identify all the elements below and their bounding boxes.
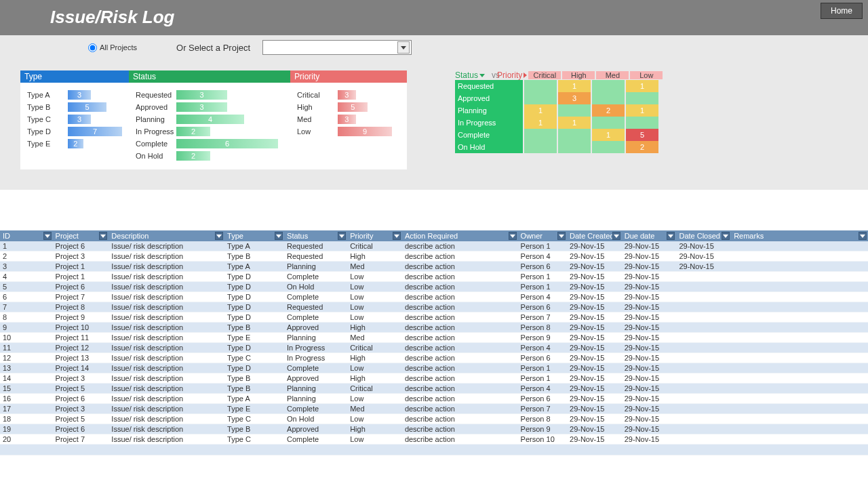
bar-row: Complete6 [136,138,283,149]
all-projects-label: All Projects [100,43,137,52]
type-card-title: Type [20,70,129,83]
bar-label: In Progress [136,127,176,136]
cell-action: describe action [402,251,518,262]
filter-dropdown-icon[interactable] [509,232,517,240]
cell-priority: High [347,424,402,434]
cell-dd: 29-Nov-15 [622,394,677,404]
table-row[interactable]: 14Project 3Issue/ risk descriptionType B… [0,373,868,384]
bar-label: Low [297,127,338,136]
cell-type: Type D [224,363,284,373]
cell-owner: Person 1 [518,241,567,251]
column-header[interactable]: Description [108,230,224,241]
cell-rem [731,262,868,272]
cell-id: 15 [0,384,53,394]
column-header[interactable]: ID [0,230,53,241]
cell-desc: Issue/ risk description [108,272,224,282]
table-row[interactable]: 15Project 5Issue/ risk descriptionType B… [0,384,868,394]
column-header[interactable]: Action Required [402,230,518,241]
home-button[interactable]: Home [821,3,863,19]
filter-dropdown-icon[interactable] [215,232,223,240]
table-row[interactable]: 6Project 7Issue/ risk descriptionType DC… [0,292,868,302]
all-projects-radio[interactable] [88,43,97,52]
bar-value: 2 [176,151,210,161]
cell-dc: 29-Nov-15 [567,241,622,251]
cell-id: 7 [0,302,53,312]
cell-rem [731,363,868,373]
column-header[interactable]: Remarks [731,230,868,241]
cell-type: Type D [224,272,284,282]
cell-dc: 29-Nov-15 [567,353,622,363]
cell-type: Type A [224,262,284,272]
cell-action: describe action [402,262,518,272]
filter-dropdown-icon[interactable] [393,232,401,240]
cell-dc: 29-Nov-15 [567,404,622,414]
cell-dcl [676,373,731,384]
cell-action: describe action [402,353,518,363]
cell-rem [731,394,868,404]
column-header[interactable]: Date Closed [676,230,731,241]
table-row[interactable]: 2Project 3Issue/ risk descriptionType BR… [0,251,868,262]
cell-status: Requested [284,302,347,312]
cell-status: Complete [284,363,347,373]
column-header[interactable]: Type [224,230,284,241]
filter-dropdown-icon[interactable] [667,232,675,240]
table-row[interactable]: 11Project 12Issue/ risk descriptionType … [0,343,868,353]
cell-type: Type A [224,241,284,251]
project-select[interactable] [262,40,412,55]
table-row[interactable]: 1Project 6Issue/ risk descriptionType AR… [0,241,868,251]
matrix-cell [524,80,557,92]
cell-status: Approved [284,323,347,333]
cell-project: Project 8 [53,302,109,312]
table-row[interactable]: 17Project 3Issue/ risk descriptionType E… [0,404,868,414]
table-row[interactable]: 4Project 1Issue/ risk descriptionType DC… [0,272,868,282]
cell-action: describe action [402,343,518,353]
cell-dcl: 29-Nov-15 [676,251,731,262]
bar-label: Requested [136,91,176,99]
column-header[interactable]: Owner [518,230,567,241]
table-row[interactable]: 16Project 6Issue/ risk descriptionType A… [0,394,868,404]
column-header[interactable]: Status [284,230,347,241]
table-row[interactable]: 9Project 10Issue/ risk descriptionType B… [0,323,868,333]
table-row[interactable]: 3Project 1Issue/ risk descriptionType AP… [0,262,868,272]
filter-dropdown-icon[interactable] [557,232,566,240]
table-row[interactable]: 7Project 8Issue/ risk descriptionType DR… [0,302,868,312]
filter-dropdown-icon[interactable] [99,232,107,240]
bar-row: Approved3 [136,102,283,113]
cell-status: Approved [284,424,347,434]
table-row[interactable]: 12Project 13Issue/ risk descriptionType … [0,353,868,363]
filter-dropdown-icon[interactable] [722,232,730,240]
cell-action: describe action [402,394,518,404]
column-header[interactable]: Date Created [567,230,622,241]
column-header[interactable]: Due date [622,230,677,241]
table-row[interactable]: 18Project 5Issue/ risk descriptionType C… [0,414,868,424]
table-row[interactable]: 13Project 14Issue/ risk descriptionType … [0,363,868,373]
table-row[interactable]: 19Project 6Issue/ risk descriptionType B… [0,424,868,434]
cell-rem [731,282,868,292]
cell-priority: Low [347,434,402,445]
filter-dropdown-icon[interactable] [43,232,52,240]
filter-dropdown-icon[interactable] [612,232,620,240]
column-header[interactable]: Priority [347,230,402,241]
cell-owner: Person 7 [518,404,567,414]
table-row[interactable]: 10Project 11Issue/ risk descriptionType … [0,333,868,343]
dropdown-icon[interactable] [397,41,410,54]
table-row[interactable]: 8Project 9Issue/ risk descriptionType DC… [0,312,868,323]
matrix-col-header: Med [596,71,629,79]
table-row[interactable]: 5Project 6Issue/ risk descriptionType DO… [0,282,868,292]
cell-action: describe action [402,241,518,251]
cell-owner: Person 4 [518,292,567,302]
cell-dcl [676,404,731,414]
cell-dd: 29-Nov-15 [622,292,677,302]
filter-dropdown-icon[interactable] [338,232,346,240]
cell-priority: Critical [347,343,402,353]
bar-value: 6 [176,139,278,148]
cell-action: describe action [402,333,518,343]
bar-row: Med3 [297,114,400,125]
bar-label: Approved [136,103,176,111]
filter-dropdown-icon[interactable] [859,232,867,240]
filter-dropdown-icon[interactable] [275,232,283,240]
column-header[interactable]: Project [53,230,109,241]
table-row[interactable]: 20Project 7Issue/ risk descriptionType C… [0,434,868,445]
cell-rem [731,353,868,363]
cell-dc: 29-Nov-15 [567,302,622,312]
